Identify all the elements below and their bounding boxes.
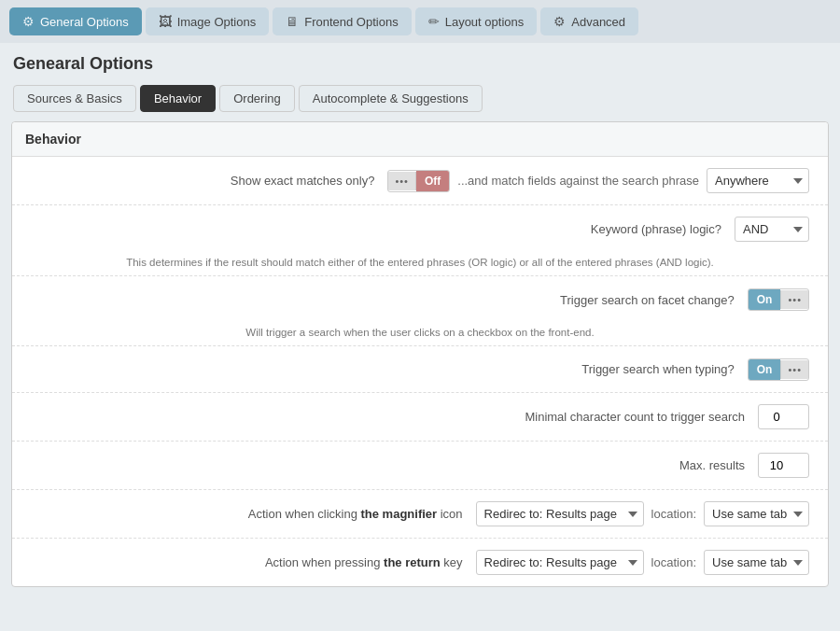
trigger-typing-label: Trigger search when typing? <box>31 362 748 376</box>
subtab-behavior[interactable]: Behavior <box>140 85 216 112</box>
keyword-logic-hint: This determines if the result should mat… <box>12 253 828 275</box>
action-return-dropdown[interactable]: Redirec to: Results page Open in modal S… <box>476 550 644 575</box>
trigger-facet-toggle[interactable]: On ••• <box>748 288 809 311</box>
tab-frontend[interactable]: 🖥 Frontend Options <box>273 7 411 35</box>
toggle-on-dots-typing: ••• <box>780 360 808 379</box>
panel-header: Behavior <box>12 122 828 157</box>
top-nav: ⚙ General Options 🖼 Image Options 🖥 Fron… <box>0 0 840 43</box>
exact-matches-label: Show exact matches only? <box>31 174 387 188</box>
toggle-on-label-typing: On <box>749 359 781 380</box>
tab-layout[interactable]: ✏ Layout options <box>415 7 538 35</box>
action-return-row: Action when pressing the return key Redi… <box>12 539 828 586</box>
exact-matches-row: Show exact matches only? ••• Off ...and … <box>12 157 828 205</box>
frontend-icon: 🖥 <box>286 14 299 29</box>
max-results-input[interactable] <box>758 453 809 478</box>
action-magnifier-dropdown[interactable]: Redirec to: Results page Open in modal S… <box>476 501 644 526</box>
trigger-facet-label: Trigger search on facet change? <box>31 293 748 307</box>
action-return-label: Action when pressing the return key <box>31 555 476 569</box>
general-icon: ⚙ <box>22 14 35 29</box>
return-location-label: location: <box>651 555 696 569</box>
subtab-ordering[interactable]: Ordering <box>219 85 295 112</box>
tab-general-label: General Options <box>40 15 129 29</box>
trigger-facet-row: Trigger search on facet change? On ••• <box>12 276 828 323</box>
action-return-location-dropdown[interactable]: Use same tab Open new tab <box>704 550 809 575</box>
max-results-label: Max. results <box>31 458 758 472</box>
subtab-autocomplete-label: Autocomplete & Suggestions <box>313 91 469 105</box>
tab-image[interactable]: 🖼 Image Options <box>146 7 270 35</box>
subtab-sources[interactable]: Sources & Basics <box>13 85 136 112</box>
min-chars-input[interactable] <box>758 404 809 429</box>
keyword-logic-section: Keyword (phrase) logic? AND OR This dete… <box>12 205 828 276</box>
advanced-icon: ⚙ <box>553 14 566 29</box>
page-title: Genearal Options <box>0 43 840 81</box>
tab-advanced-label: Advanced <box>571 15 625 29</box>
keyword-logic-label: Keyword (phrase) logic? <box>31 222 735 236</box>
content-panel: Behavior Show exact matches only? ••• Of… <box>11 121 829 587</box>
tab-frontend-label: Frontend Options <box>304 15 398 29</box>
exact-matches-dropdown[interactable]: Anywhere Exact Beginning <box>707 168 809 193</box>
exact-matches-control: ••• Off ...and match fields against the … <box>387 168 809 193</box>
toggle-off-label: Off <box>416 171 449 191</box>
tab-advanced[interactable]: ⚙ Advanced <box>540 7 638 35</box>
tab-image-label: Image Options <box>177 15 257 29</box>
keyword-logic-row: Keyword (phrase) logic? AND OR <box>12 205 828 253</box>
min-chars-label: Minimal character count to trigger searc… <box>31 410 758 424</box>
trigger-typing-row: Trigger search when typing? On ••• <box>12 346 828 393</box>
toggle-dots-icon: ••• <box>388 172 416 190</box>
subtab-autocomplete[interactable]: Autocomplete & Suggestions <box>299 85 483 112</box>
max-results-row: Max. results <box>12 442 828 490</box>
trigger-facet-hint: Will trigger a search when the user clic… <box>12 323 828 345</box>
keyword-logic-control: AND OR <box>735 217 809 242</box>
trigger-facet-section: Trigger search on facet change? On ••• W… <box>12 276 828 346</box>
min-chars-row: Minimal character count to trigger searc… <box>12 393 828 442</box>
sub-tabs: Sources & Basics Behavior Ordering Autoc… <box>0 81 840 121</box>
tab-general[interactable]: ⚙ General Options <box>9 7 142 35</box>
exact-matches-toggle[interactable]: ••• Off <box>387 170 450 192</box>
trigger-typing-control: On ••• <box>748 358 809 381</box>
max-results-control <box>758 453 809 478</box>
tab-layout-label: Layout options <box>445 15 525 29</box>
toggle-on-dots-facet: ••• <box>780 290 808 309</box>
subtab-behavior-label: Behavior <box>154 91 202 105</box>
subtab-sources-label: Sources & Basics <box>27 91 122 105</box>
image-icon: 🖼 <box>159 14 172 29</box>
keyword-logic-dropdown[interactable]: AND OR <box>735 217 809 242</box>
action-magnifier-location-dropdown[interactable]: Use same tab Open new tab <box>704 501 809 526</box>
layout-icon: ✏ <box>428 14 440 29</box>
trigger-facet-control: On ••• <box>748 288 809 311</box>
min-chars-control <box>758 404 809 429</box>
subtab-ordering-label: Ordering <box>233 91 281 105</box>
action-return-control: Redirec to: Results page Open in modal S… <box>476 550 809 575</box>
magnifier-location-label: location: <box>651 507 696 521</box>
toggle-on-label-facet: On <box>749 289 781 310</box>
action-magnifier-control: Redirec to: Results page Open in modal S… <box>476 501 809 526</box>
action-magnifier-row: Action when clicking the magnifier icon … <box>12 490 828 539</box>
action-magnifier-label: Action when clicking the magnifier icon <box>31 507 476 521</box>
exact-matches-inline-text: ...and match fields against the search p… <box>457 174 699 188</box>
trigger-typing-toggle[interactable]: On ••• <box>748 358 809 381</box>
